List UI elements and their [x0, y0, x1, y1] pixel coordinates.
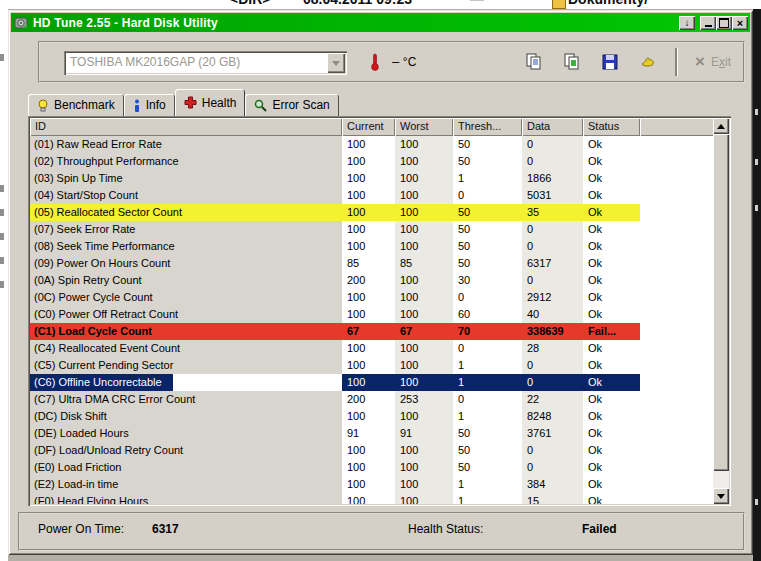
cell-thresh: 1: [453, 408, 522, 425]
table-row[interactable]: (0C) Power Cycle Count 100 100 0 2912 Ok: [30, 289, 729, 306]
table-row[interactable]: (DF) Load/Unload Retry Count 100 100 50 …: [30, 442, 729, 459]
cell-current: 100: [342, 153, 395, 170]
tab-health[interactable]: Health: [175, 89, 246, 116]
cell-current: 100: [342, 238, 395, 255]
minimize-button[interactable]: [700, 16, 716, 30]
cell-data: 384: [522, 476, 583, 493]
cell-thresh: 0: [453, 391, 522, 408]
maximize-button[interactable]: [716, 16, 732, 30]
table-row[interactable]: (07) Seek Error Rate 100 100 50 0 Ok: [30, 221, 729, 238]
column-header-worst[interactable]: Worst: [395, 118, 453, 136]
window-title: HD Tune 2.55 - Hard Disk Utility: [33, 16, 218, 30]
cell-id: (0A) Spin Retry Count: [30, 272, 342, 289]
toolbar: TOSHIBA MK2016GAP (20 GB) – °C: [38, 41, 745, 83]
cell-worst: 67: [395, 323, 453, 340]
cell-id: (DC) Disk Shift: [30, 408, 342, 425]
save-screenshot-button[interactable]: [599, 51, 621, 73]
vertical-scrollbar[interactable]: [713, 118, 729, 504]
cell-data: 0: [522, 374, 583, 391]
cell-thresh: 50: [453, 238, 522, 255]
table-row[interactable]: (C0) Power Off Retract Count 100 100 60 …: [30, 306, 729, 323]
tab-bar: Benchmark Info Health Error Scan: [28, 88, 339, 116]
app-icon: [14, 16, 28, 30]
close-button[interactable]: ×: [732, 16, 748, 30]
table-row[interactable]: (F0) Head Flying Hours 100 100 1 15 Ok: [30, 493, 729, 504]
table-row[interactable]: (DE) Loaded Hours 91 91 50 3761 Ok: [30, 425, 729, 442]
table-row[interactable]: (C6) Offline Uncorrectable 100 100 1 0 O…: [30, 374, 729, 391]
cell-thresh: 1: [453, 170, 522, 187]
cell-current: 100: [342, 442, 395, 459]
cell-status: Ok: [583, 374, 640, 391]
column-header-status[interactable]: Status: [583, 118, 640, 136]
tab-benchmark[interactable]: Benchmark: [28, 94, 124, 116]
options-button[interactable]: [637, 51, 659, 73]
cell-current: 100: [342, 476, 395, 493]
column-header-data[interactable]: Data: [522, 118, 583, 136]
cell-thresh: 60: [453, 306, 522, 323]
tab-label: Error Scan: [272, 98, 329, 112]
scroll-down-button[interactable]: [713, 488, 729, 504]
cell-thresh: 1: [453, 357, 522, 374]
table-row[interactable]: (C4) Reallocated Event Count 100 100 0 2…: [30, 340, 729, 357]
scroll-up-button[interactable]: [713, 118, 729, 134]
cell-current: 100: [342, 289, 395, 306]
table-row[interactable]: (DC) Disk Shift 100 100 1 8248 Ok: [30, 408, 729, 425]
cell-status: Ok: [583, 238, 640, 255]
cell-status: Ok: [583, 221, 640, 238]
table-row[interactable]: (C7) Ultra DMA CRC Error Count 200 253 0…: [30, 391, 729, 408]
column-header-threshold[interactable]: Thresh...: [453, 118, 522, 136]
table-row[interactable]: (02) Throughput Performance 100 100 50 0…: [30, 153, 729, 170]
cell-current: 91: [342, 425, 395, 442]
chevron-down-icon: [332, 61, 340, 66]
rollup-button[interactable]: ↓: [679, 16, 695, 30]
cell-data: 0: [522, 136, 583, 153]
cell-data: 40: [522, 306, 583, 323]
cell-current: 100: [342, 221, 395, 238]
magnifier-icon: [254, 99, 267, 112]
tab-info[interactable]: Info: [124, 94, 175, 116]
tab-error-scan[interactable]: Error Scan: [245, 94, 338, 116]
table-row[interactable]: (09) Power On Hours Count 85 85 50 6317 …: [30, 255, 729, 272]
cell-worst: 100: [395, 238, 453, 255]
cell-status: Ok: [583, 391, 640, 408]
cell-id: (C5) Current Pending Sector: [30, 357, 342, 374]
cell-id: (E0) Load Friction: [30, 459, 342, 476]
table-row[interactable]: (E2) Load-in time 100 100 1 384 Ok: [30, 476, 729, 493]
cell-data: 0: [522, 153, 583, 170]
cell-current: 100: [342, 136, 395, 153]
thermometer-icon: [370, 53, 380, 75]
cell-status: Fail...: [583, 323, 640, 340]
cell-data: 2912: [522, 289, 583, 306]
copy-screenshot-button[interactable]: [561, 51, 583, 73]
scrollbar-thumb[interactable]: [713, 134, 729, 471]
cell-id: (C6) Offline Uncorrectable: [30, 374, 342, 391]
column-header-id[interactable]: ID: [30, 118, 342, 136]
background-window-top-strip: <DIR> 08.04.2011 09:23 — Dokumenty/: [0, 0, 761, 9]
table-row[interactable]: (01) Raw Read Error Rate 100 100 50 0 Ok: [30, 136, 729, 153]
exit-button[interactable]: × Exit: [695, 54, 731, 70]
cell-data: 8248: [522, 408, 583, 425]
cell-thresh: 1: [453, 493, 522, 504]
table-row[interactable]: (E0) Load Friction 100 100 50 0 Ok: [30, 459, 729, 476]
table-row[interactable]: (0A) Spin Retry Count 200 100 30 0 Ok: [30, 272, 729, 289]
table-row[interactable]: (C1) Load Cycle Count 67 67 70 338639 Fa…: [30, 323, 729, 340]
cell-data: 22: [522, 391, 583, 408]
cell-status: Ok: [583, 255, 640, 272]
table-row[interactable]: (05) Reallocated Sector Count 100 100 50…: [30, 204, 729, 221]
drive-select-arrow[interactable]: [327, 53, 345, 73]
cell-current: 200: [342, 272, 395, 289]
table-row[interactable]: (08) Seek Time Performance 100 100 50 0 …: [30, 238, 729, 255]
table-row[interactable]: (04) Start/Stop Count 100 100 0 5031 Ok: [30, 187, 729, 204]
table-row[interactable]: (03) Spin Up Time 100 100 1 1866 Ok: [30, 170, 729, 187]
drive-select-value: TOSHIBA MK2016GAP (20 GB): [70, 55, 240, 69]
table-row[interactable]: (C5) Current Pending Sector 100 100 1 0 …: [30, 357, 729, 374]
cell-data: 0: [522, 238, 583, 255]
copy-text-button[interactable]: [523, 51, 545, 73]
temperature-unit: °C: [403, 55, 416, 69]
cell-thresh: 0: [453, 187, 522, 204]
drive-select[interactable]: TOSHIBA MK2016GAP (20 GB): [64, 51, 347, 75]
column-header-current[interactable]: Current: [342, 118, 395, 136]
cell-thresh: 50: [453, 221, 522, 238]
cell-current: 100: [342, 493, 395, 504]
cell-current: 100: [342, 459, 395, 476]
